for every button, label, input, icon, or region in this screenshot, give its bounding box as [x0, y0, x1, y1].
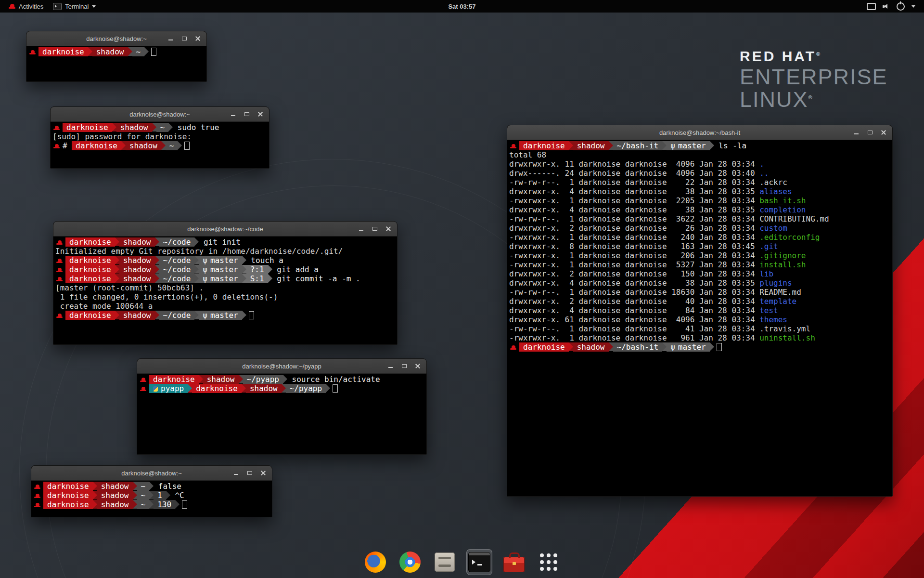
minimize-button[interactable] — [387, 362, 395, 370]
minimize-button[interactable] — [232, 469, 240, 477]
close-button[interactable] — [414, 362, 422, 370]
terminal-line: drwxrwxr-x. 2 darknoise darknoise 40 Jan… — [509, 297, 890, 306]
maximize-button[interactable] — [400, 362, 408, 370]
directory-name: aliases — [759, 187, 792, 196]
clock[interactable]: Sat 03:57 — [448, 3, 475, 10]
volume-icon — [883, 3, 890, 10]
activities-button[interactable]: Activities — [4, 0, 48, 13]
prompt-segment-path: ~ — [156, 123, 169, 132]
powerline-separator-icon — [242, 256, 246, 264]
output-text: drwx------. 24 darknoise darknoise 4096 … — [509, 169, 759, 178]
output-text: total 68 — [509, 150, 546, 159]
powerline-separator-icon — [178, 141, 182, 150]
powerline-separator-icon — [93, 482, 97, 490]
minimize-button[interactable] — [358, 225, 365, 233]
powerline-separator-icon — [194, 274, 199, 283]
dock-item-firefox[interactable] — [362, 549, 388, 575]
redhat-prompt-icon — [56, 259, 63, 263]
minimize-button[interactable] — [853, 129, 860, 136]
titlebar[interactable]: darknoise@shadow:~/code — [53, 222, 397, 236]
dock-item-grid[interactable] — [536, 549, 562, 575]
maximize-button[interactable] — [180, 35, 188, 42]
maximize-button[interactable] — [243, 110, 251, 118]
terminal-line: darknoiseshadow~/codeψmaster — [55, 311, 395, 320]
prompt-segment-host: shadow — [119, 311, 155, 320]
maximize-button[interactable] — [246, 469, 254, 477]
terminal-line: total 68 — [509, 150, 890, 159]
redhat-logo-icon — [9, 4, 15, 9]
titlebar[interactable]: darknoise@shadow:~ — [51, 107, 269, 122]
terminal-line: drwxrwxr-x. 2 darknoise darknoise 150 Ja… — [509, 269, 890, 278]
close-button[interactable] — [194, 35, 202, 42]
prompt-segment-host: shadow — [573, 342, 609, 352]
terminal-line: 1 file changed, 0 insertions(+), 0 delet… — [55, 292, 395, 302]
close-button[interactable] — [880, 129, 887, 136]
command-text: git add a — [272, 265, 319, 274]
prompt-segment-user: darknoise — [72, 141, 121, 150]
terminal-content[interactable]: darknoiseshadow~ — [26, 46, 206, 82]
powerline-separator-icon — [133, 482, 137, 490]
prompt-segment-user: darknoise — [149, 375, 199, 384]
prompt-segment-host: shadow — [116, 123, 152, 132]
terminal-line: -rw-rw-r--. 1 darknoise darknoise 18630 … — [509, 288, 890, 297]
terminal-line: drwxrwxr-x. 8 darknoise darknoise 163 Ja… — [509, 242, 890, 251]
output-text: drwxrwxr-x. 4 darknoise darknoise 38 Jan… — [509, 205, 759, 214]
directory-name: . — [759, 159, 764, 169]
minimize-button[interactable] — [230, 110, 237, 118]
git-branch-icon: ψ — [203, 311, 207, 320]
dock-item-terminal[interactable] — [466, 549, 492, 575]
maximize-button[interactable] — [371, 225, 379, 233]
powerline-separator-icon — [121, 141, 126, 150]
dock-item-files[interactable] — [432, 549, 458, 575]
redhat-prompt-icon — [510, 144, 516, 149]
prompt-segment-host: shadow — [119, 265, 155, 274]
system-menu[interactable] — [862, 0, 920, 13]
prompt-segment-host: shadow — [203, 375, 239, 384]
terminal-line: create mode 100644 a — [55, 302, 395, 311]
dock-item-toolbox[interactable] — [501, 549, 527, 575]
powerline-separator-icon — [326, 384, 330, 393]
terminal-line: darknoiseshadow~130 — [33, 500, 270, 509]
directory-name: custom — [759, 223, 787, 233]
powerline-separator-icon — [133, 491, 137, 499]
close-button[interactable] — [257, 110, 264, 118]
powerline-separator-icon — [710, 141, 714, 150]
terminal-content[interactable]: darknoiseshadow~ sudo true[sudo] passwor… — [51, 122, 269, 169]
prompt-segment-host: shadow — [119, 256, 155, 265]
output-text: drwxrwxr-x. 4 darknoise darknoise 38 Jan… — [509, 187, 759, 196]
titlebar[interactable]: darknoise@shadow:~/bash-it — [507, 125, 892, 140]
powerline-separator-icon — [115, 237, 119, 246]
terminal-line: -rw-rw-r--. 1 darknoise darknoise 41 Jan… — [509, 324, 890, 333]
terminal-line: darknoiseshadow~/bash-itψmaster — [509, 342, 890, 352]
prompt-segment-path: ~/code — [159, 311, 195, 320]
titlebar[interactable]: darknoise@shadow:~ — [31, 466, 272, 481]
close-button[interactable] — [385, 225, 392, 233]
python-icon — [153, 386, 158, 392]
prompt-segment-path: ~ — [137, 500, 150, 509]
terminal-content[interactable]: darknoiseshadow~/code git initInitialize… — [53, 236, 397, 345]
titlebar[interactable]: darknoise@shadow:~ — [26, 31, 206, 46]
terminal-line: drwxrwxr-x. 11 darknoise darknoise 4096 … — [509, 159, 890, 169]
terminal-content[interactable]: darknoiseshadow~/pyapp source bin/activa… — [137, 374, 426, 455]
prompt-segment-user: darknoise — [38, 47, 88, 56]
terminal-content[interactable]: darknoiseshadow~/bash-itψmaster ls -lato… — [507, 140, 892, 497]
dock-item-chrome[interactable] — [397, 549, 423, 575]
terminal-content[interactable]: darknoiseshadow~ falsedarknoiseshadow~1 … — [31, 481, 272, 517]
minimize-button[interactable] — [167, 35, 175, 42]
powerline-separator-icon — [149, 500, 154, 509]
executable-name: .editorconfig — [759, 233, 820, 242]
terminal-line: darknoiseshadow~ sudo true — [52, 123, 267, 132]
redhat-prompt-icon — [34, 494, 40, 499]
prompt-segment-path: ~/code — [159, 237, 195, 247]
app-menu-terminal[interactable]: Terminal — [48, 0, 101, 13]
prompt-segment-path: ~/code — [159, 274, 195, 283]
close-button[interactable] — [259, 469, 267, 477]
maximize-button[interactable] — [866, 129, 874, 136]
terminal-line: -rwxrwxr-x. 1 darknoise darknoise 961 Ja… — [509, 333, 890, 342]
powerline-separator-icon — [569, 342, 573, 351]
terminal-line: drwxrwxr-x. 4 darknoise darknoise 38 Jan… — [509, 205, 890, 214]
branding-linux: LINUX® — [740, 89, 888, 111]
titlebar[interactable]: darknoise@shadow:~/pyapp — [137, 359, 426, 374]
prompt-segment-git: ψmaster — [199, 311, 242, 320]
terminal-line: drwxrwxr-x. 61 darknoise darknoise 4096 … — [509, 315, 890, 324]
